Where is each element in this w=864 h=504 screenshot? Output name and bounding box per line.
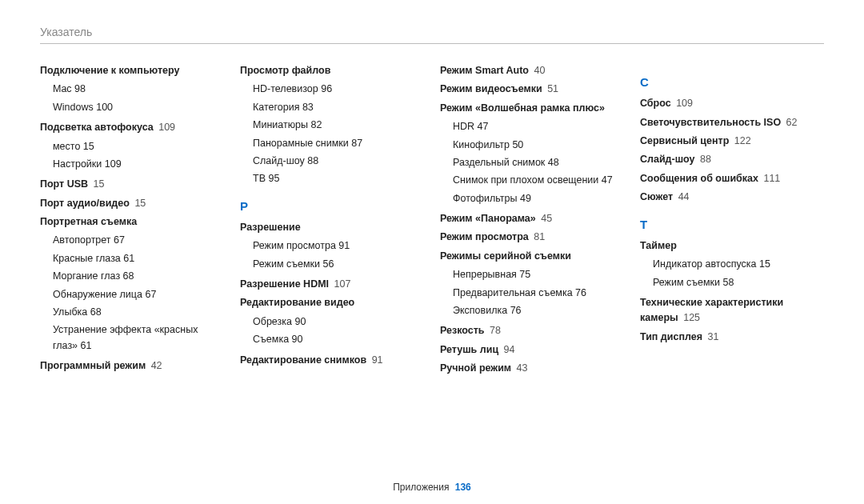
- index-entry-page: 40: [531, 65, 545, 76]
- index-entry-label: Сообщения об ошибках: [640, 173, 758, 184]
- index-sublist: HD-телевизор 96Категория 83Миниатюры 82П…: [253, 82, 424, 186]
- index-entry: Редактирование снимков 91: [240, 353, 424, 368]
- index-subentry: Фотофильтры 49: [453, 191, 624, 206]
- index-subentry-page: 15: [80, 141, 94, 152]
- index-subentry: Windows 100: [53, 100, 224, 115]
- index-entry-label: Разрешение HDMI: [240, 278, 329, 290]
- index-subentry: Снимок при плохом освещении 47: [453, 173, 624, 188]
- index-entry-page: 31: [705, 331, 718, 342]
- index-entry-page: 125: [681, 312, 700, 323]
- index-entry: Слайд-шоу 88: [640, 152, 824, 167]
- index-subentry-page: 87: [349, 138, 362, 149]
- index-subentry-label: Эксповилка: [453, 305, 507, 316]
- index-entry: Режим Smart Auto 40: [440, 63, 624, 78]
- index-entry-label: Режимы серийной съемки: [440, 250, 571, 262]
- index-subentry-page: 91: [336, 240, 350, 251]
- index-entry-page: 44: [675, 191, 689, 202]
- index-entry-page: 109: [674, 98, 693, 109]
- index-subentry: Устранение эффекта «красных глаз» 61: [53, 322, 224, 354]
- index-subentry-page: 67: [142, 289, 156, 300]
- index-subentry-page: 61: [78, 340, 91, 351]
- index-entry: Резкость 78: [440, 323, 624, 338]
- index-subentry: Предварительная съемка 76: [453, 286, 624, 301]
- index-subentry: Категория 83: [253, 100, 424, 115]
- index-entry-label: Портретная съемка: [40, 216, 137, 227]
- index-entry: Разрешение HDMI 107: [240, 277, 424, 292]
- index-entry-label: Разрешение: [240, 222, 301, 233]
- index-subentry: Моргание глаз 68: [53, 269, 224, 284]
- index-sublist: Режим просмотра 91Режим съемки 56: [253, 238, 424, 272]
- index-entry-label: Режим Smart Auto: [440, 65, 529, 76]
- index-subentry: Миниатюры 82: [253, 118, 424, 133]
- index-subentry: Эксповилка 76: [453, 303, 624, 318]
- index-subentry: Обнаружение лица 67: [53, 287, 224, 302]
- index-entry: Порт USB 15: [40, 177, 224, 192]
- index-subentry: Автопортрет 67: [53, 233, 224, 248]
- index-entry-label: Редактирование видео: [240, 297, 354, 308]
- index-subentry-page: 68: [87, 306, 101, 318]
- index-subentry-label: Раздельный снимок: [453, 157, 545, 168]
- index-entry-label: Таймер: [640, 240, 677, 251]
- index-subentry: Кинофильтр 50: [453, 138, 624, 153]
- index-subentry: Режим съемки 58: [653, 275, 824, 290]
- index-entry: Портретная съемка: [40, 214, 224, 230]
- index-entry-page: 111: [761, 173, 780, 184]
- index-entry-page: 109: [156, 122, 175, 133]
- index-subentry-label: Слайд-шоу: [253, 155, 305, 166]
- index-subentry: Mac 98: [53, 82, 224, 97]
- index-subentry: Режим съемки 56: [253, 257, 424, 272]
- index-sublist: HDR 47Кинофильтр 50Раздельный снимок 48С…: [453, 119, 624, 206]
- index-subentry-page: 95: [266, 173, 279, 184]
- index-entry-label: Режим «Волшебная рамка плюс»: [440, 102, 605, 114]
- index-subentry-label: Панорамные снимки: [253, 138, 349, 149]
- index-subentry-page: 109: [102, 158, 121, 170]
- index-sublist: Индикатор автоспуска 15Режим съемки 58: [653, 257, 824, 290]
- index-columns: Подключение к компьютеруMac 98Windows 10…: [40, 63, 824, 379]
- index-subentry-label: Съемка: [253, 334, 289, 345]
- index-entry-page: 88: [698, 154, 711, 165]
- index-entry-label: Просмотр файлов: [240, 65, 330, 76]
- index-subentry-page: 90: [289, 334, 302, 345]
- index-subentry: HD-телевизор 96: [253, 82, 424, 97]
- index-subentry-page: 56: [320, 258, 334, 270]
- index-entry: Таймер: [640, 238, 824, 254]
- index-entry: Светочувствительность ISO 62: [640, 115, 824, 130]
- index-subentry: Раздельный снимок 48: [453, 155, 624, 170]
- index-entry: Ручной режим 43: [440, 361, 624, 376]
- index-letter: Т: [640, 215, 824, 234]
- index-subentry-label: HDR: [453, 121, 474, 132]
- index-entry: Подключение к компьютеру: [40, 63, 224, 78]
- index-subentry-page: 90: [292, 316, 306, 327]
- index-entry: Технические характеристики камеры 125: [640, 295, 824, 326]
- index-entry-page: 91: [369, 354, 382, 366]
- index-subentry-page: 96: [318, 83, 332, 94]
- index-entry-page: 51: [545, 83, 558, 94]
- index-entry-page: 45: [538, 213, 552, 224]
- index-entry: Сервисный центр 122: [640, 134, 824, 149]
- index-subentry-page: 98: [72, 83, 86, 94]
- index-subentry-label: Непрерывная: [453, 269, 517, 280]
- index-subentry-page: 88: [305, 155, 318, 166]
- index-entry-label: Режим просмотра: [440, 231, 529, 242]
- index-subentry: Настройки 109: [53, 157, 224, 172]
- index-subentry-page: 47: [474, 121, 488, 132]
- index-entry-page: 81: [531, 231, 545, 242]
- index-entry-page: 42: [148, 360, 162, 371]
- index-subentry: Индикатор автоспуска 15: [653, 257, 824, 272]
- index-entry-page: 122: [731, 135, 750, 146]
- index-subentry: Непрерывная 75: [453, 267, 624, 282]
- index-subentry-label: Предварительная съемка: [453, 287, 573, 298]
- index-subentry-page: 82: [308, 119, 322, 130]
- index-entry-label: Редактирование снимков: [240, 354, 366, 366]
- index-subentry-page: 68: [120, 270, 134, 282]
- index-entry-label: Слайд-шоу: [640, 154, 695, 165]
- index-entry-page: 15: [90, 178, 104, 190]
- index-entry-page: 107: [331, 278, 350, 290]
- index-subentry-label: Режим просмотра: [253, 240, 336, 251]
- index-subentry-page: 58: [720, 277, 734, 288]
- index-subentry-label: Настройки: [53, 158, 102, 170]
- index-subentry-page: 50: [510, 139, 523, 150]
- index-entry-page: 62: [783, 117, 797, 128]
- index-subentry-label: Режим съемки: [653, 277, 720, 288]
- index-entry-label: Ретушь лиц: [440, 344, 498, 355]
